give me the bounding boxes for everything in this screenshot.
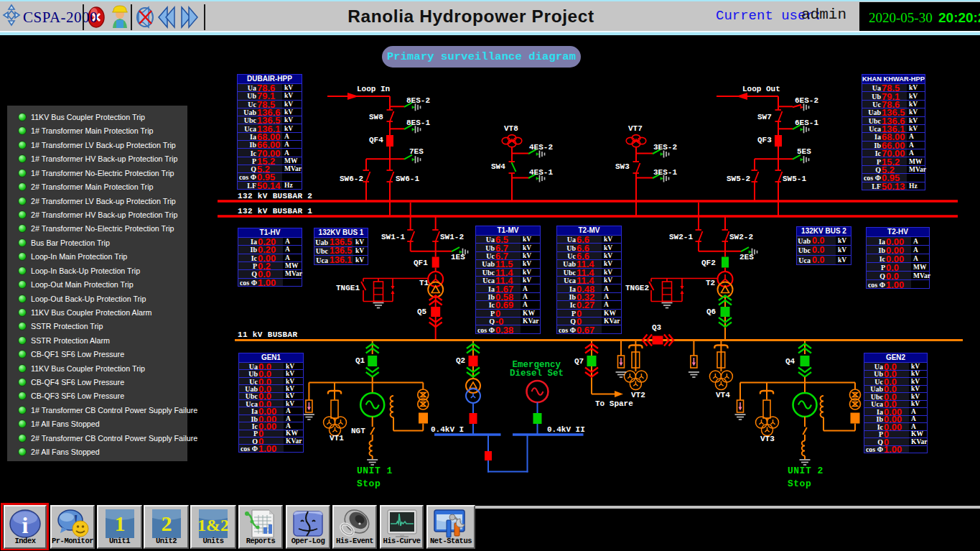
svg-text:SW1-2: SW1-2 bbox=[440, 233, 464, 241]
svg-text:3ES-1: 3ES-1 bbox=[653, 168, 677, 177]
svg-text:6ES-2: 6ES-2 bbox=[795, 96, 818, 105]
svg-text:2ES: 2ES bbox=[739, 253, 754, 261]
svg-text:QF3: QF3 bbox=[757, 136, 772, 144]
svg-text:CSPA-2000: CSPA-2000 bbox=[23, 9, 98, 26]
svg-text:QF1: QF1 bbox=[414, 259, 428, 267]
svg-text:6ES-1: 6ES-1 bbox=[795, 119, 818, 127]
svg-text:Emergency: Emergency bbox=[513, 360, 561, 370]
svg-text:SW2-1: SW2-1 bbox=[669, 233, 693, 241]
svg-text:T2: T2 bbox=[706, 279, 715, 287]
svg-text:Q3: Q3 bbox=[652, 323, 662, 332]
svg-text:Stop: Stop bbox=[357, 478, 381, 489]
svg-text:TNGE1: TNGE1 bbox=[336, 284, 360, 292]
svg-text:NGT: NGT bbox=[351, 427, 365, 435]
svg-text:SW6-1: SW6-1 bbox=[396, 175, 419, 183]
svg-text:Q6: Q6 bbox=[706, 307, 716, 316]
svg-text:SW8: SW8 bbox=[369, 113, 383, 121]
svg-text:0.4kV I: 0.4kV I bbox=[431, 425, 464, 434]
svg-text:SW4: SW4 bbox=[491, 162, 505, 171]
svg-text:4ES-1: 4ES-1 bbox=[529, 168, 553, 177]
svg-text:To Spare: To Spare bbox=[595, 399, 633, 408]
svg-text:0.4kV II: 0.4kV II bbox=[547, 425, 585, 434]
svg-text:Q4: Q4 bbox=[785, 357, 795, 366]
svg-text:VT7: VT7 bbox=[628, 124, 643, 133]
svg-text:UNIT 1: UNIT 1 bbox=[357, 466, 393, 476]
svg-text:QF2: QF2 bbox=[701, 259, 716, 267]
svg-text:8ES-1: 8ES-1 bbox=[406, 119, 430, 127]
svg-text:Loop In: Loop In bbox=[357, 85, 390, 93]
svg-text:1&2: 1&2 bbox=[197, 516, 229, 534]
svg-text:SW5-1: SW5-1 bbox=[783, 175, 806, 183]
svg-text:TNGE2: TNGE2 bbox=[625, 284, 649, 292]
svg-text:8ES-2: 8ES-2 bbox=[406, 96, 430, 105]
svg-text:SW5-2: SW5-2 bbox=[727, 175, 750, 183]
svg-text:SW2-2: SW2-2 bbox=[729, 233, 753, 241]
svg-text:UNIT 2: UNIT 2 bbox=[788, 466, 823, 476]
svg-text:4ES-2: 4ES-2 bbox=[529, 143, 553, 152]
svg-text:132 kV BUSBAR 2: 132 kV BUSBAR 2 bbox=[238, 192, 312, 200]
svg-text:Q2: Q2 bbox=[456, 356, 465, 365]
svg-text:VT3: VT3 bbox=[760, 435, 775, 443]
svg-text:Q5: Q5 bbox=[417, 307, 427, 316]
svg-text:11 kV BUSBAR: 11 kV BUSBAR bbox=[238, 330, 297, 339]
svg-text:SW3: SW3 bbox=[615, 162, 630, 171]
svg-text:SW7: SW7 bbox=[757, 113, 772, 121]
svg-text:Loop Out: Loop Out bbox=[742, 85, 780, 93]
svg-text:QF4: QF4 bbox=[369, 136, 383, 144]
svg-text:3ES-2: 3ES-2 bbox=[653, 143, 677, 152]
svg-text:7ES: 7ES bbox=[409, 147, 424, 156]
svg-text:VT8: VT8 bbox=[504, 124, 518, 133]
svg-text:132 kV BUSBAR 1: 132 kV BUSBAR 1 bbox=[238, 207, 312, 216]
svg-text:SW1-1: SW1-1 bbox=[381, 233, 405, 241]
svg-text:VT4: VT4 bbox=[716, 391, 730, 399]
svg-text:5ES: 5ES bbox=[797, 147, 811, 156]
svg-text:Stop: Stop bbox=[788, 478, 811, 489]
svg-text:1ES: 1ES bbox=[451, 253, 465, 261]
svg-text:VT2: VT2 bbox=[631, 391, 645, 399]
svg-text:VT1: VT1 bbox=[330, 434, 344, 443]
svg-text:Q7: Q7 bbox=[574, 357, 584, 366]
svg-text:1: 1 bbox=[114, 511, 125, 535]
svg-text:i: i bbox=[22, 512, 29, 538]
svg-text:Q1: Q1 bbox=[355, 356, 365, 365]
svg-text:T1: T1 bbox=[419, 279, 429, 287]
svg-text:SW6-2: SW6-2 bbox=[340, 175, 363, 183]
svg-text:Diesel Set: Diesel Set bbox=[510, 369, 564, 379]
svg-text:2: 2 bbox=[161, 511, 172, 535]
